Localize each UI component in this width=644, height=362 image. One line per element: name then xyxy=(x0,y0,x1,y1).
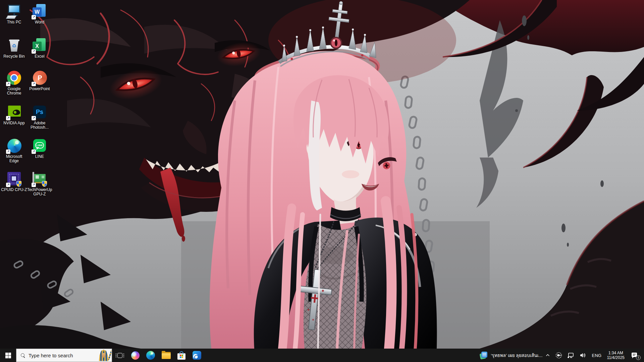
notification-badge: 1 xyxy=(636,355,641,360)
recycle-bin-icon: ♻ xyxy=(6,38,22,54)
file-explorer-button[interactable] xyxy=(158,349,174,362)
desktop-icon-word[interactable]: W Word xyxy=(28,3,52,36)
desktop-icon-label: Word xyxy=(26,20,53,24)
clock-time: 1:34 AM xyxy=(608,351,623,355)
network-icon xyxy=(568,353,574,358)
desktop-icon-label: TechPowerUp GPU-Z xyxy=(26,188,53,197)
system-tray: ENG 1:34 AM 11/4/2025 1 xyxy=(542,349,642,362)
volume-icon xyxy=(580,353,586,358)
windows-desktop: This PC W Word ♻ Recycle Bin X Excel Goo… xyxy=(0,0,644,362)
desktop-icon-label: Recycle Bin xyxy=(1,54,28,59)
gpu-z-icon xyxy=(32,171,48,187)
news-headline: ‘รุทธพล’ เผย ลุยสอบเส้นเ... xyxy=(491,352,542,359)
powerpoint-icon: P xyxy=(32,70,48,86)
shortcut-arrow-icon xyxy=(32,49,36,54)
task-view-button[interactable] xyxy=(112,349,127,362)
microsoft-store-icon xyxy=(177,351,185,360)
task-view-icon xyxy=(117,353,122,358)
clock-date: 11/4/2025 xyxy=(607,355,625,360)
shortcut-arrow-icon xyxy=(32,149,36,154)
start-button[interactable] xyxy=(0,349,16,362)
this-pc-icon xyxy=(6,3,22,19)
wallpaper-illustration xyxy=(0,0,644,349)
desktop-icon-label: This PC xyxy=(1,20,28,24)
uac-shield-icon xyxy=(42,181,47,187)
desktop-icon-google-chrome[interactable]: Google Chrome xyxy=(2,69,26,103)
line-icon: LINE xyxy=(32,138,48,154)
desktop-icon-label: Google Chrome xyxy=(1,87,28,96)
action-center-button[interactable]: 1 xyxy=(628,349,641,362)
network-button[interactable] xyxy=(565,349,577,362)
search-input[interactable] xyxy=(28,352,96,359)
desktop-icon-label: CPUID CPU-Z xyxy=(1,188,28,192)
search-icon xyxy=(21,353,25,358)
desktop-icon-label: LINE xyxy=(26,155,53,159)
meet-now-icon xyxy=(555,352,562,359)
show-desktop-button[interactable] xyxy=(642,349,644,362)
desktop-icon-adobe-photoshop[interactable]: Ps Adobe Photosh... xyxy=(28,104,52,137)
uac-shield-icon xyxy=(16,181,21,187)
shortcut-arrow-icon xyxy=(6,183,10,187)
desktop-icon-excel[interactable]: X Excel xyxy=(28,37,52,70)
edge-taskbar-button[interactable] xyxy=(143,349,158,362)
copilot-button[interactable] xyxy=(127,349,143,362)
desktop-icon-label: PowerPoint xyxy=(26,87,53,91)
photoshop-icon: Ps xyxy=(32,104,48,120)
shortcut-arrow-icon xyxy=(6,116,10,120)
word-icon: W xyxy=(32,3,48,19)
desktop-icon-label: NVIDIA App xyxy=(1,121,28,125)
desktop-icon-recycle-bin[interactable]: ♻ Recycle Bin xyxy=(2,37,26,70)
taskbar-empty-space xyxy=(205,349,480,362)
cpu-z-icon xyxy=(6,171,22,187)
edge-icon xyxy=(146,351,155,360)
desktop-icon-label: Excel xyxy=(26,54,53,59)
chevron-up-icon xyxy=(545,353,550,358)
taskbar-search-box[interactable] xyxy=(16,349,112,362)
meet-now-button[interactable] xyxy=(553,349,565,362)
copilot-icon xyxy=(131,351,140,360)
taskbar: ‘รุทธพล’ เผย ลุยสอบเส้นเ... xyxy=(0,349,644,362)
language-indicator[interactable]: ENG xyxy=(589,349,604,362)
desktop-icon-powerpoint[interactable]: P PowerPoint xyxy=(28,69,52,103)
desktop-icon-techpowerup-gpu-z[interactable]: TechPowerUp GPU-Z xyxy=(28,170,52,204)
news-icon xyxy=(480,351,488,359)
desktop-icon-microsoft-edge[interactable]: Microsoft Edge xyxy=(2,137,26,171)
volume-button[interactable] xyxy=(577,349,589,362)
news-widget-button[interactable]: ‘รุทธพล’ เผย ลุยสอบเส้นเ... xyxy=(480,349,542,362)
shortcut-arrow-icon xyxy=(32,116,36,120)
desktop-icon-label: Adobe Photosh... xyxy=(26,121,53,130)
chrome-icon xyxy=(6,70,22,86)
shortcut-arrow-icon xyxy=(32,183,36,187)
shortcut-arrow-icon xyxy=(32,15,36,19)
outlook-icon xyxy=(193,351,201,360)
shortcut-arrow-icon xyxy=(6,149,10,154)
file-explorer-icon xyxy=(162,352,171,359)
nvidia-icon xyxy=(6,104,22,120)
desktop-icon-line[interactable]: LINE LINE xyxy=(28,137,52,171)
shortcut-arrow-icon xyxy=(6,82,10,86)
edge-icon xyxy=(6,138,22,154)
desktop-icon-nvidia-app[interactable]: NVIDIA App xyxy=(2,104,26,137)
desktop-icon-cpuid-cpu-z[interactable]: CPUID CPU-Z xyxy=(2,170,26,204)
outlook-button[interactable] xyxy=(189,349,205,362)
tray-chevron-button[interactable] xyxy=(543,349,552,362)
desktop-icon-grid: This PC W Word ♻ Recycle Bin X Excel Goo… xyxy=(2,0,69,349)
windows-logo-icon xyxy=(5,353,11,358)
microsoft-store-button[interactable] xyxy=(174,349,189,362)
desktop-icon-this-pc[interactable]: This PC xyxy=(2,3,26,36)
wallpaper-art xyxy=(0,0,644,349)
excel-icon: X xyxy=(32,38,48,54)
desktop-icon-label: Microsoft Edge xyxy=(1,155,28,164)
search-highlight-pharaoh-image[interactable] xyxy=(96,349,111,362)
shortcut-arrow-icon xyxy=(32,82,36,86)
taskbar-clock[interactable]: 1:34 AM 11/4/2025 xyxy=(605,349,627,362)
